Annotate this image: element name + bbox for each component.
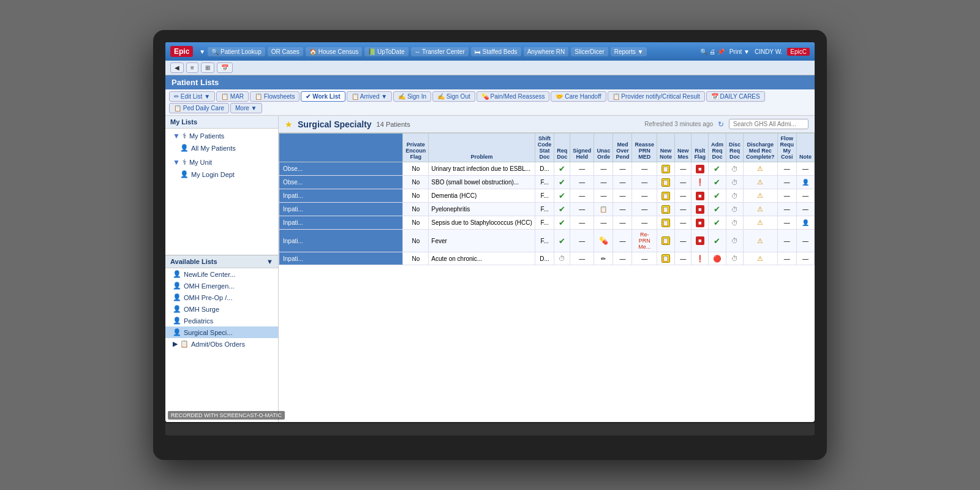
list-icon-6: 👤 [173, 328, 181, 336]
refresh-text: Refreshed 3 minutes ago [644, 121, 713, 127]
col-shift-code: ShiftCodeStatDoc [535, 134, 554, 162]
action-sign-out[interactable]: ✍ Sign Out [432, 91, 475, 102]
nav-house-census[interactable]: 🏠 House Census [306, 47, 362, 56]
row-note-1: 📋 [657, 162, 674, 176]
sidebar-item-omh-preop[interactable]: 👤 OMH Pre-Op /... [165, 292, 278, 303]
row-med-2: — [613, 176, 632, 189]
nav-patient-lookup[interactable]: 🔍 Patient Lookup [208, 47, 265, 56]
nav-transfer-center[interactable]: ↔ Transfer Center [411, 47, 469, 56]
col-med-over: MedOverPend [613, 134, 632, 162]
patient-table: PrivateEncounFlag Problem ShiftCodeStatD… [279, 133, 815, 265]
row-adm-2: ✔ [708, 176, 726, 189]
action-provider-notify[interactable]: 📋 Provider notify/Critical Result [608, 91, 705, 102]
list-icon-7: 📋 [180, 340, 189, 348]
row-med-1: — [613, 162, 632, 176]
row-rslt-3: ■ [692, 189, 709, 203]
nav-staffed-beds[interactable]: 🛏 Staffed Beds [471, 47, 521, 56]
row-note-4: 📋 [657, 203, 674, 216]
row-med-7: — [613, 252, 632, 265]
row-req-4: ✔ [554, 203, 570, 216]
sidebar-item-my-patients[interactable]: ▼ ⚕ My Patients [165, 130, 278, 142]
table-row[interactable]: Inpati... No Pyelonephritis F... ✔ — 📋 —… [279, 203, 815, 216]
action-mar[interactable]: 📋 MAR [216, 91, 249, 102]
col-adm-req: AdmReqDoc [708, 134, 726, 162]
sidebar-item-my-unit[interactable]: ▼ ⚕ My Unit [165, 156, 278, 168]
search-input[interactable] [729, 119, 809, 129]
toolbar-calendar[interactable]: 📅 [217, 62, 233, 73]
epic-context: EpicC [787, 48, 810, 56]
all-my-patients-label: All My Patients [191, 145, 236, 152]
row-private-4: No [403, 203, 429, 216]
row-problem-2: SBO (small bowel obstruction)... [429, 176, 535, 189]
action-worklist[interactable]: ✔ Work List [301, 91, 345, 102]
nav-or-cases[interactable]: OR Cases [268, 47, 303, 56]
nav-anywhere-rn[interactable]: Anywhere RN [524, 47, 569, 56]
row-med-5: — [613, 216, 632, 230]
omh-surge-label: OMH Surge [184, 306, 219, 313]
row-flow-3: — [777, 189, 797, 203]
action-ped-daily-care[interactable]: 📋 Ped Daily Care [169, 103, 229, 113]
omh-emerg-label: OMH Emergen... [184, 282, 235, 290]
action-sign-in[interactable]: ✍ Sign In [393, 91, 431, 102]
folder-icon-2: ▼ [173, 158, 180, 167]
toolbar-back[interactable]: ◀ [170, 62, 184, 73]
row-reasse-6: Re-PRNMe... [632, 230, 657, 252]
action-edit-list[interactable]: ✏ Edit List ▼ [169, 91, 215, 102]
row-shift-5: F... [535, 216, 554, 230]
nav-reports[interactable]: Reports ▼ [611, 47, 647, 56]
star-icon[interactable]: ★ [285, 119, 293, 129]
row-costnote-4: — [797, 203, 815, 216]
row-flow-1: — [777, 162, 797, 176]
toolbar-grid[interactable]: ⊞ [201, 62, 214, 73]
row-adm-1: ✔ [708, 162, 726, 176]
row-mes-4: — [674, 203, 692, 216]
table-row[interactable]: Obse... No SBO (small bowel obstruction)… [279, 176, 815, 189]
action-care-handoff[interactable]: 🤝 Care Handoff [551, 91, 606, 102]
row-disc-2: ⏱ [726, 176, 743, 189]
available-lists-arrow[interactable]: ▼ [266, 258, 273, 265]
nav-slicedicer[interactable]: SlicerDicer [571, 47, 608, 56]
col-disc-req: DiscReqDoc [726, 134, 743, 162]
refresh-icon[interactable]: ↻ [718, 120, 724, 129]
row-problem-6: Fever [429, 230, 535, 252]
sidebar-item-pediatrics[interactable]: 👤 Pediatrics [165, 315, 278, 326]
action-daily-cares[interactable]: 📅 DAILY CARES [706, 91, 765, 102]
sidebar-item-omh-emerg[interactable]: 👤 OMH Emergen... [165, 280, 278, 292]
nav-dropdown-arrow[interactable]: ▼ [199, 48, 205, 55]
nav-uptodate[interactable]: 📗 UpToDate [364, 47, 408, 56]
row-location-1: Obse... [279, 162, 403, 176]
row-location-5: Inpati... [279, 216, 403, 230]
action-pain-med[interactable]: 💊 Pain/Med Reassess [477, 91, 550, 102]
row-adm-4: ✔ [708, 203, 726, 216]
action-flowsheets[interactable]: 📋 Flowsheets [250, 91, 300, 102]
row-disc-7: ⏱ [726, 252, 743, 265]
sidebar-item-admit-obs[interactable]: ▶ 📋 Admit/Obs Orders [165, 338, 278, 350]
table-row[interactable]: Inpati... No Fever F... ✔ — 💊 — Re-PRNMe… [279, 230, 815, 252]
sidebar-item-my-login-dept[interactable]: 👤 My Login Dept [165, 168, 278, 180]
table-row[interactable]: Inpati... No Acute on chronic... D... ⏱ … [279, 252, 815, 265]
epic-logo[interactable]: Epic [170, 46, 193, 57]
row-med-3: — [613, 189, 632, 203]
toolbar-list[interactable]: ≡ [186, 62, 198, 73]
sidebar-available-title: Available Lists ▼ [165, 255, 278, 268]
nav-print[interactable]: Print ▼ [729, 48, 750, 55]
table-row[interactable]: Inpati... No Sepsis due to Staphylococcu… [279, 216, 815, 230]
sidebar-item-all-my-patients[interactable]: 👤 All My Patients [165, 142, 278, 154]
col-unac: UnacOrde [594, 134, 613, 162]
row-req-5: ✔ [554, 216, 570, 230]
sidebar-item-omh-surge[interactable]: 👤 OMH Surge [165, 303, 278, 315]
col-rslt-flag: RsltFlag [692, 134, 709, 162]
action-more[interactable]: More ▼ [230, 103, 262, 113]
action-arrived[interactable]: 📋 Arrived ▼ [347, 91, 393, 102]
list-icon-1: 👤 [173, 270, 181, 278]
row-shift-1: D... [535, 162, 554, 176]
sidebar-item-newlife[interactable]: 👤 NewLife Center... [165, 268, 278, 280]
row-reasse-1: — [632, 162, 657, 176]
row-private-2: No [403, 176, 429, 189]
row-flow-7: — [777, 252, 797, 265]
table-row[interactable]: Obse... No Urinary tract infection due t… [279, 162, 815, 176]
list-icon-3: 👤 [173, 293, 181, 301]
table-row[interactable]: Inpati... No Dementia (HCC) F... ✔ — — —… [279, 189, 815, 203]
folder-icon-3: ▶ [173, 340, 178, 348]
sidebar-item-surgical[interactable]: 👤 Surgical Speci... [165, 326, 278, 338]
